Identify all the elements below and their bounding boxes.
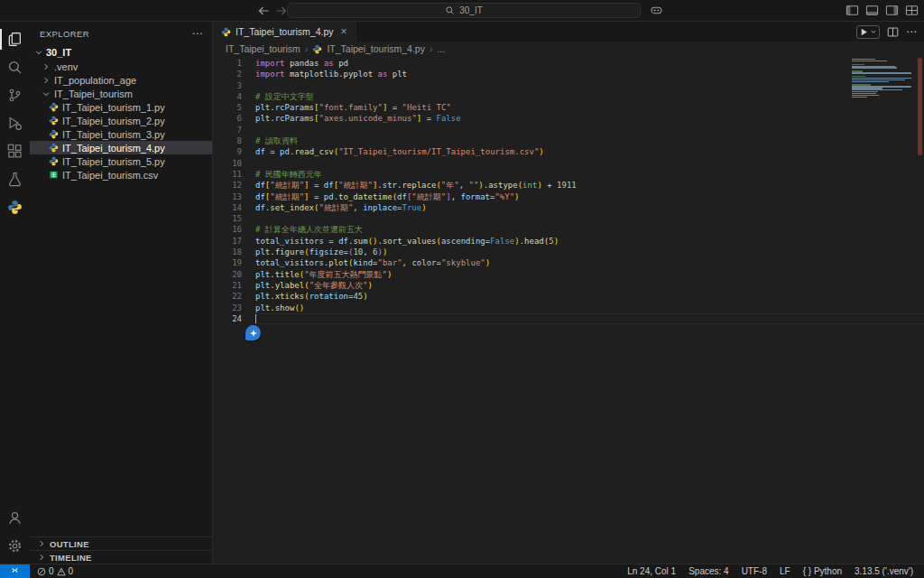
tree-item-IT_Taipei_tourism_4.py[interactable]: IT_Taipei_tourism_4.py [30,141,212,154]
line-number: 15 [213,213,242,224]
code-editor[interactable]: 123456789101112131415161718192021222324 … [213,56,924,564]
command-center-search[interactable]: 30_IT [287,3,641,18]
tree-item-label: .venv [54,61,78,72]
warning-count: 0 [69,566,74,576]
back-icon[interactable] [256,4,271,18]
tab-IT_Taipei_tourism_4-py[interactable]: IT_Taipei_tourism_4.py × [213,22,356,42]
line-number: 13 [213,191,242,202]
status-item-spaces-4[interactable]: Spaces: 4 [688,566,728,576]
activity-python-icon[interactable] [0,193,30,221]
line-number: 24 [213,313,242,324]
chevron-down-icon [870,28,877,35]
code-line-23: plt.show() [255,303,924,313]
copilot-inline-chat-badge[interactable] [245,325,261,340]
chevron-down-icon [40,89,51,99]
timeline-label: TIMELINE [50,553,92,563]
breadcrumb-item[interactable]: ... [437,43,445,54]
line-number: 8 [213,135,242,146]
line-number: 1 [213,58,242,69]
remote-icon [10,566,20,576]
line-number: 4 [213,91,242,102]
line-number: 11 [213,169,242,180]
vscode-window: 30_IT [0,0,924,578]
line-number: 5 [213,102,242,113]
status-bar: 0 0 Ln 24, Col 1Spaces: 4UTF-8LF{ } Pyth… [0,564,924,578]
tree-item-IT_Taipei_tourism_3.py[interactable]: IT_Taipei_tourism_3.py [30,127,212,141]
search-icon [445,5,455,15]
line-number: 10 [213,158,242,169]
activity-testing-icon[interactable] [0,165,30,193]
code-lines: import pandas as pdimport matplotlib.pyp… [255,56,924,564]
status-item-python[interactable]: { } Python [803,566,842,576]
tree-item-IT_Taipei_tourism_5.py[interactable]: IT_Taipei_tourism_5.py [30,154,212,168]
chevron-right-icon [40,61,51,72]
minimap[interactable] [852,59,915,99]
line-number: 20 [213,269,242,280]
code-line-16: # 計算全年總人次並選前五大 [255,224,924,235]
code-line-3 [255,80,924,91]
timeline-section[interactable]: TIMELINE [30,550,212,564]
split-editor-icon[interactable] [887,26,899,38]
chevron-right-icon [40,75,51,86]
tree-item-IT_Taipei_tourism[interactable]: IT_Taipei_tourism [30,87,212,100]
status-item-lf[interactable]: LF [780,566,790,576]
customize-layout-icon[interactable] [905,4,919,17]
tree-item-IT_Taipei_tourism.csv[interactable]: IT_Taipei_tourism.csv [30,168,212,182]
code-line-9: df = pd.read_csv("IT_Taipei_tourism/IT_T… [255,146,924,157]
close-tab-icon[interactable]: × [341,25,347,38]
activity-extensions-icon[interactable] [0,137,30,165]
tree-item-IT_Taipei_tourism_2.py[interactable]: IT_Taipei_tourism_2.py [30,114,212,127]
tree-item-IT_population_age[interactable]: IT_population_age [30,73,212,87]
editor-more-actions-icon[interactable]: ⋯ [906,25,917,38]
status-item-utf-8[interactable]: UTF-8 [742,566,767,576]
run-python-file-button[interactable] [856,25,880,39]
python-file-icon [48,102,60,113]
code-line-12: df["統計期"] = df["統計期"].str.replace("年", "… [255,180,924,191]
breadcrumb-separator: › [305,43,309,54]
account-icon[interactable] [0,504,30,532]
tree-item-label: IT_Taipei_tourism [54,89,133,99]
status-item-3-13-5-venv[interactable]: 3.13.5 ('.venv') [855,566,913,576]
chevron-down-icon [32,47,44,58]
line-number: 22 [213,291,242,302]
activity-source-control-icon[interactable] [0,81,30,109]
tree-item-IT_Taipei_tourism_1.py[interactable]: IT_Taipei_tourism_1.py [30,100,212,114]
remote-indicator[interactable] [0,564,30,578]
tree-item-label: IT_population_age [54,75,136,86]
explorer-sidebar: EXPLORER ⋯ 30_IT .venvIT_population_ageI… [30,22,213,564]
breadcrumb: IT_Taipei_tourism›IT_Taipei_tourism_4.py… [213,42,924,56]
activity-search-icon[interactable] [0,53,30,81]
line-number: 3 [213,80,242,91]
activity-explorer-icon[interactable] [0,25,30,53]
settings-gear-icon[interactable] [0,532,30,560]
layout-secondary-sidebar-icon[interactable] [885,4,899,17]
search-value: 30_IT [459,5,483,15]
tree-item-.venv[interactable]: .venv [30,60,212,73]
code-line-4: # 設定中文字型 [255,91,924,102]
chevron-right-icon [35,538,47,549]
copilot-icon[interactable] [650,4,663,17]
overview-ruler [918,58,922,155]
line-number: 16 [213,224,242,235]
line-number: 7 [213,125,242,135]
outline-section[interactable]: OUTLINE [30,536,212,550]
layout-sidebar-icon[interactable] [845,4,859,17]
line-number: 17 [213,236,242,247]
status-item-ln-24-col-1[interactable]: Ln 24, Col 1 [627,566,676,576]
layout-panel-icon[interactable] [865,4,879,17]
problems-indicator[interactable]: 0 0 [30,566,80,576]
play-icon [859,27,869,37]
breadcrumb-item[interactable]: IT_Taipei_tourism_4.py [327,43,425,54]
minimap-line [852,72,915,73]
text-cursor [255,314,256,323]
code-line-15 [255,213,924,224]
status-right-items: Ln 24, Col 1Spaces: 4UTF-8LF{ } Python3.… [627,566,924,576]
explorer-more-actions-icon[interactable]: ⋯ [192,27,203,40]
code-line-5: plt.rcParams["font.family"] = "Heiti TC" [255,102,924,113]
breadcrumb-item[interactable]: IT_Taipei_tourism [226,43,300,54]
code-line-11: # 民國年轉西元年 [255,169,924,180]
activity-run-debug-icon[interactable] [0,109,30,137]
title-bar: 30_IT [0,0,924,22]
sparkle-icon [249,329,258,338]
tree-root-folder[interactable]: 30_IT [30,45,212,60]
